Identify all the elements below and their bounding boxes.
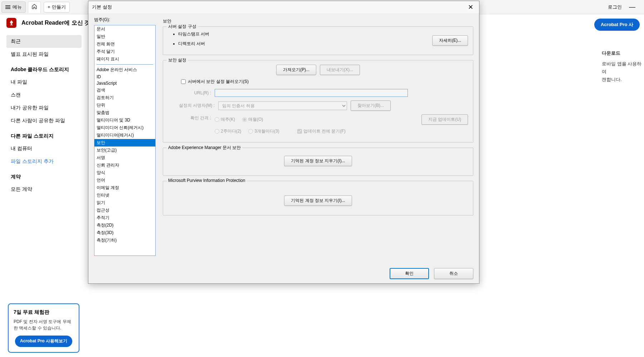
fieldset-mpip: Microsoft Purview Information Protection… [163, 181, 473, 215]
category-item[interactable]: 읽기 [94, 199, 155, 207]
category-item[interactable]: 멀티미디어(레거시) [94, 132, 155, 139]
category-item[interactable]: 접근성 [94, 207, 155, 214]
browse-button[interactable]: 찾아보기(B)... [351, 100, 391, 111]
sidebar-heading-cloud: Adobe 클라우드 스토리지 [6, 61, 82, 76]
category-item[interactable]: 측정(3D) [94, 229, 155, 237]
right-panel-heading: 다운로드 [602, 50, 644, 56]
category-item[interactable]: 양식 [94, 169, 155, 177]
sidebar-item-scan[interactable]: 스캔 [6, 89, 82, 101]
sidebar-item-all-contracts[interactable]: 모든 계약 [6, 183, 82, 196]
category-item[interactable]: ID [94, 74, 155, 80]
cancel-button[interactable]: 취소 [434, 268, 473, 279]
load-from-server-checkbox[interactable] [181, 79, 186, 84]
mpip-clear-button[interactable]: 기억된 계정 정보 지우기(I)... [284, 195, 352, 206]
right-panel-line2: 캔합니다. [602, 76, 644, 84]
sidebar-item-mycomputer[interactable]: 내 컴퓨터 [6, 142, 82, 155]
fieldset-server-config: 서버 설정 구성 타임스탬프 서버 디렉토리 서버 자세히(E)... [163, 26, 473, 55]
welcome-text: Acrobat Reader에 오신 것을 [21, 19, 96, 27]
trial-desc: PDF 및 전자 서명 도구에 무제한 액세스할 수 있습니다. [14, 318, 74, 331]
right-panel-line1: 로바일 앱을 사용하여 [602, 60, 644, 76]
aem-clear-button[interactable]: 기억된 계정 정보 지우기(I)... [284, 156, 352, 166]
menu-button[interactable]: 메뉴 [1, 1, 26, 13]
right-panel: 다운로드 로바일 앱을 사용하여 캔합니다. [602, 50, 644, 84]
create-label: 만들기 [52, 4, 66, 10]
sidebar-item-add-storage[interactable]: 파일 스토리지 추가 [6, 155, 82, 168]
dialog-titlebar: 기본 설정 ✕ [88, 1, 479, 13]
url-label: URL(R) : [179, 90, 211, 95]
radio-monthly[interactable]: 매월(O) [242, 116, 263, 123]
category-item[interactable]: 주석 달기 [94, 48, 155, 55]
dialog-title: 기본 설정 [92, 4, 112, 10]
acrobat-pro-button[interactable]: Acrobat Pro 사 [594, 19, 640, 31]
category-item[interactable]: 페이지 표시 [94, 55, 155, 63]
category-item[interactable]: 단위 [94, 101, 155, 109]
signer-label: 설정의 서명자(M) : [179, 103, 215, 109]
signer-select[interactable]: 임의 인증서 허용 [218, 101, 347, 110]
update-now-button[interactable]: 지금 업데이트(U) [421, 114, 468, 125]
fieldset-security-settings: 보안 설정 가져오기(P)... 내보내기(X)... 서버에서 보안 설정 불… [163, 60, 473, 143]
sidebar: 최근 별표 표시된 파일 Adobe 클라우드 스토리지 내 파일 스캔 내가 … [6, 35, 82, 196]
category-item[interactable]: 맞춤법 [94, 109, 155, 116]
sidebar-item-myfiles[interactable]: 내 파일 [6, 76, 82, 89]
close-icon[interactable]: ✕ [466, 3, 475, 11]
legend-mpip: Microsoft Purview Information Protection [167, 178, 247, 183]
acrobat-logo-icon [6, 18, 16, 28]
fieldset-aem: Adobe Experience Manager 문서 보안 기억된 계정 정보… [163, 148, 473, 176]
category-item[interactable]: 멀티미디어 및 3D [94, 116, 155, 124]
login-text[interactable]: 로그인 [608, 4, 622, 10]
details-button[interactable]: 자세히(E)... [432, 35, 468, 46]
category-label: 범주(G): [94, 17, 156, 23]
sidebar-heading-contract: 계약 [6, 168, 82, 183]
legend-server-config: 서버 설정 구성 [167, 24, 198, 30]
category-item[interactable]: 보안 [94, 139, 155, 147]
category-list[interactable]: 문서일반전체 화면주석 달기페이지 표시Adobe 온라인 서비스IDJavaS… [94, 25, 156, 256]
sidebar-item-starred[interactable]: 별표 표시된 파일 [6, 48, 82, 61]
radio-weekly[interactable]: 매주(K) [215, 116, 235, 123]
category-item[interactable]: 문서 [94, 25, 155, 33]
legend-security-settings: 보안 설정 [167, 57, 188, 63]
create-button[interactable]: + 만들기 [44, 2, 70, 13]
category-item[interactable]: 보안(고급) [94, 147, 155, 154]
sidebar-item-recent[interactable]: 최근 [6, 35, 82, 48]
home-icon [31, 4, 37, 11]
trial-title: 7일 무료 체험판 [14, 309, 74, 316]
category-item[interactable]: 서명 [94, 154, 155, 162]
category-item[interactable]: 멀티미디어 신뢰(레거시) [94, 124, 155, 132]
category-item[interactable]: 측정(기하) [94, 237, 155, 244]
category-item[interactable]: 인터넷 [94, 192, 155, 199]
trial-card: 7일 무료 체험판 PDF 및 전자 서명 도구에 무제한 액세스할 수 있습니… [8, 303, 79, 353]
server-timestamp-item: 타임스탬프 서버 [178, 31, 468, 37]
minimize-icon[interactable]: — [626, 3, 638, 11]
category-item[interactable]: 일반 [94, 33, 155, 40]
checkbox-ask-before[interactable]: 업데이트 전에 묻기(F) [297, 128, 346, 134]
sidebar-item-shared-by-me[interactable]: 내가 공유한 파일 [6, 101, 82, 114]
category-item[interactable]: 검색 [94, 86, 155, 94]
category-item[interactable]: 측정(2D) [94, 222, 155, 229]
home-tab[interactable] [28, 1, 41, 13]
radio-biweekly[interactable]: 2주마다(2) [215, 128, 241, 134]
legend-aem: Adobe Experience Manager 문서 보안 [167, 145, 242, 151]
preferences-dialog: 기본 설정 ✕ 범주(G): 문서일반전체 화면주석 달기페이지 표시Adobe… [88, 1, 479, 284]
server-directory-item: 디렉토리 서버 [178, 41, 468, 47]
import-button[interactable]: 가져오기(P)... [276, 65, 316, 75]
export-button[interactable]: 내보내기(X)... [320, 65, 360, 75]
category-item[interactable]: JavaScript [94, 80, 155, 86]
category-divider [97, 64, 153, 65]
interval-label: 확인 간격 : [179, 114, 211, 121]
category-item[interactable]: 전체 화면 [94, 40, 155, 48]
plus-icon: + [48, 4, 50, 10]
category-item[interactable]: 언어 [94, 177, 155, 184]
trial-button[interactable]: Acrobat Pro 사용해보기 [15, 336, 72, 347]
ok-button[interactable]: 확인 [390, 268, 429, 279]
menu-label: 메뉴 [13, 4, 22, 10]
category-item[interactable]: 이메일 계정 [94, 184, 155, 192]
hamburger-icon [5, 5, 10, 9]
sidebar-item-shared-by-others[interactable]: 다른 사람이 공유한 파일 [6, 114, 82, 127]
radio-quarterly[interactable]: 3개월마다(3) [248, 128, 279, 134]
category-item[interactable]: 검토하기 [94, 94, 155, 101]
load-from-server-label: 서버에서 보안 설정 불러오기(S) [188, 79, 249, 85]
url-input[interactable] [215, 89, 408, 97]
category-item[interactable]: 추적기 [94, 214, 155, 222]
category-item[interactable]: 신뢰 관리자 [94, 162, 155, 169]
category-item[interactable]: Adobe 온라인 서비스 [94, 66, 155, 74]
